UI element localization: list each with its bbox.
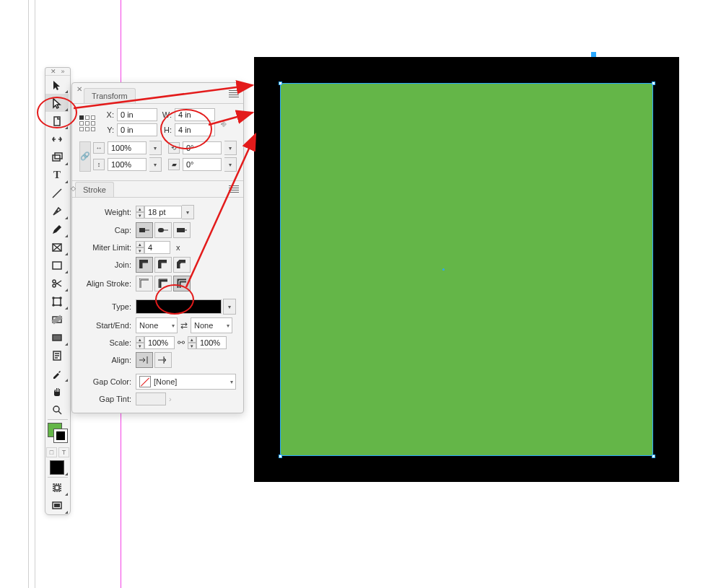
stroke-tab[interactable]: Stroke bbox=[75, 182, 114, 197]
arrow-align-label: Align: bbox=[79, 356, 131, 364]
align-stroke-center-button[interactable] bbox=[136, 276, 153, 291]
formatting-text-button[interactable]: T bbox=[58, 447, 69, 457]
weight-field[interactable] bbox=[144, 206, 182, 219]
pen-tool[interactable] bbox=[45, 202, 69, 220]
svg-rect-2 bbox=[55, 153, 62, 159]
stroke-swatch[interactable] bbox=[53, 429, 68, 443]
svg-rect-1 bbox=[53, 155, 60, 161]
selection-handle-ne[interactable] bbox=[652, 82, 655, 85]
scale-y-field[interactable] bbox=[108, 158, 147, 171]
miter-stepper[interactable]: ▴▾ bbox=[136, 241, 144, 254]
reference-point-grid[interactable] bbox=[79, 115, 95, 131]
startend-label: Start/End: bbox=[79, 321, 131, 330]
scale-x-dropdown[interactable]: ▾ bbox=[149, 141, 162, 155]
swap-startend-icon[interactable]: ⇄ bbox=[178, 320, 191, 330]
gap-tint-field bbox=[136, 392, 166, 405]
scissors-tool[interactable] bbox=[45, 274, 69, 292]
pencil-tool[interactable] bbox=[45, 220, 69, 238]
weight-dropdown[interactable]: ▾ bbox=[182, 205, 194, 219]
scale-start-stepper[interactable]: ▴▾ bbox=[136, 336, 144, 349]
align-stroke-inside-button[interactable] bbox=[154, 276, 172, 291]
svg-rect-8 bbox=[53, 298, 61, 305]
tools-panel: ✕» T □ T bbox=[45, 67, 71, 515]
view-mode-button[interactable] bbox=[45, 478, 69, 496]
apply-color-button[interactable] bbox=[45, 458, 69, 476]
zoom-tool[interactable] bbox=[45, 400, 69, 418]
selection-box[interactable] bbox=[280, 83, 653, 456]
svg-point-3 bbox=[56, 211, 58, 212]
constrain-scale-icon[interactable]: 🔗 bbox=[79, 141, 91, 172]
svg-point-11 bbox=[53, 304, 54, 306]
scale-x-field[interactable] bbox=[108, 141, 147, 154]
formatting-container-button[interactable]: □ bbox=[46, 447, 57, 457]
scale-y-dropdown[interactable]: ▾ bbox=[149, 157, 162, 172]
join-round-button[interactable] bbox=[154, 257, 172, 273]
svg-point-12 bbox=[60, 304, 61, 306]
selection-top-anchor[interactable] bbox=[591, 52, 596, 57]
miter-field[interactable] bbox=[144, 241, 170, 254]
transform-tab[interactable]: Transform bbox=[84, 88, 136, 103]
eyedropper-tool[interactable] bbox=[45, 364, 69, 382]
rectangle-tool[interactable] bbox=[45, 256, 69, 274]
shear-dropdown[interactable]: ▾ bbox=[224, 157, 237, 172]
free-transform-tool[interactable] bbox=[45, 292, 69, 310]
type-tool[interactable]: T bbox=[45, 166, 69, 184]
h-field[interactable] bbox=[175, 123, 215, 136]
selection-handle-se[interactable] bbox=[652, 455, 655, 458]
scale-end-field[interactable] bbox=[196, 336, 227, 349]
weight-stepper[interactable]: ▴▾ bbox=[136, 206, 144, 219]
stroke-type-dropdown[interactable]: ▾ bbox=[223, 299, 236, 315]
stroke-section-toggle[interactable]: ◇ bbox=[71, 185, 76, 192]
stroke-panel-menu-icon[interactable] bbox=[229, 185, 239, 193]
gap-tool[interactable] bbox=[45, 130, 69, 148]
arrow-align-end-button[interactable] bbox=[154, 352, 172, 368]
x-field[interactable] bbox=[117, 108, 157, 121]
svg-point-17 bbox=[53, 406, 59, 412]
weight-label: Weight: bbox=[79, 208, 131, 216]
w-field[interactable] bbox=[175, 108, 215, 121]
selection-tool[interactable] bbox=[45, 76, 69, 94]
cap-round-button[interactable] bbox=[154, 222, 172, 238]
transform-stroke-panel: ✕ ‹‹ Transform X: Y: W: H: ⎆ 🔗 ↔▾ bbox=[71, 82, 244, 413]
selection-handle-sw[interactable] bbox=[279, 455, 282, 458]
direct-selection-tool[interactable] bbox=[45, 94, 69, 112]
note-tool[interactable] bbox=[45, 346, 69, 364]
scale-end-stepper[interactable]: ▴▾ bbox=[188, 336, 196, 349]
scale-start-field[interactable] bbox=[144, 336, 175, 349]
align-stroke-outside-button[interactable] bbox=[173, 276, 191, 291]
cap-butt-button[interactable] bbox=[136, 222, 153, 238]
w-label: W: bbox=[162, 110, 172, 119]
content-collector-tool[interactable] bbox=[45, 148, 69, 166]
tools-panel-header[interactable]: ✕» bbox=[45, 68, 70, 76]
gap-color-select[interactable]: [None]▾ bbox=[136, 374, 236, 390]
miter-x-label: x bbox=[176, 243, 180, 252]
screen-mode-button[interactable] bbox=[45, 496, 69, 514]
page-tool[interactable] bbox=[45, 112, 69, 130]
rotate-dropdown[interactable]: ▾ bbox=[224, 141, 237, 155]
constrain-wh-icon[interactable]: ⎆ bbox=[221, 118, 227, 129]
svg-rect-5 bbox=[53, 262, 61, 269]
gradient-feather-tool[interactable] bbox=[45, 328, 69, 346]
join-miter-button[interactable] bbox=[136, 257, 153, 273]
panel-menu-icon[interactable] bbox=[229, 90, 239, 97]
rectangle-frame-tool[interactable] bbox=[45, 238, 69, 256]
gap-color-label: Gap Color: bbox=[79, 377, 131, 386]
selection-center[interactable] bbox=[442, 268, 445, 271]
y-field[interactable] bbox=[117, 123, 157, 136]
join-bevel-button[interactable] bbox=[173, 257, 191, 273]
arrow-align-tip-button[interactable] bbox=[136, 352, 153, 368]
end-arrow-select[interactable]: None▾ bbox=[191, 317, 232, 333]
selection-handle-nw[interactable] bbox=[279, 82, 282, 85]
svg-rect-22 bbox=[139, 228, 145, 232]
shear-field[interactable] bbox=[183, 158, 222, 171]
link-scale-icon[interactable]: ⚯ bbox=[175, 338, 188, 348]
svg-rect-19 bbox=[55, 486, 59, 490]
type-label: Type: bbox=[79, 302, 131, 311]
start-arrow-select[interactable]: None▾ bbox=[136, 317, 178, 333]
gradient-swatch-tool[interactable] bbox=[45, 310, 69, 328]
line-tool[interactable] bbox=[45, 184, 69, 202]
cap-projecting-button[interactable] bbox=[173, 222, 191, 238]
rotate-field[interactable] bbox=[183, 141, 222, 154]
hand-tool[interactable] bbox=[45, 382, 69, 400]
fill-stroke-swatch[interactable] bbox=[45, 421, 70, 447]
